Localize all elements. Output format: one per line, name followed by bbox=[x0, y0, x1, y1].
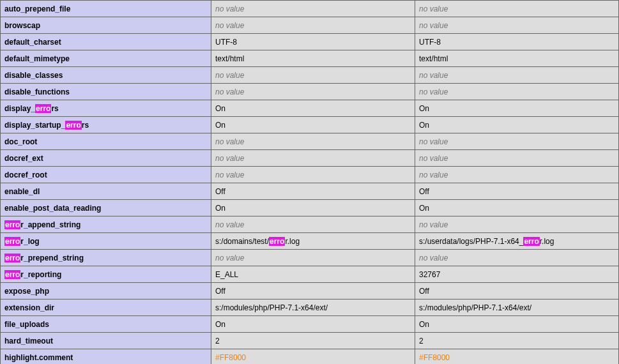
highlight-mark: erro bbox=[4, 220, 20, 229]
directive-name: hard_timeout bbox=[1, 333, 211, 349]
directive-name: disable_functions bbox=[1, 84, 211, 100]
master-value: On bbox=[415, 117, 619, 133]
table-row: enable_post_data_readingOnOn bbox=[1, 200, 619, 216]
directive-name: disable_classes bbox=[1, 67, 211, 84]
table-row: browscapno valueno value bbox=[1, 17, 619, 34]
table-row: enable_dlOffOff bbox=[1, 183, 619, 200]
no-value-text: no value bbox=[419, 4, 448, 13]
master-value: no value bbox=[415, 167, 619, 183]
table-row: default_mimetypetext/htmltext/html bbox=[1, 50, 619, 67]
no-value-text: no value bbox=[215, 154, 244, 163]
local-value: 2 bbox=[211, 333, 415, 349]
master-value: no value bbox=[415, 133, 619, 150]
master-value: 32767 bbox=[415, 266, 619, 283]
highlight-mark: erro bbox=[523, 237, 539, 246]
no-value-text: no value bbox=[215, 137, 244, 146]
no-value-text: no value bbox=[419, 137, 448, 146]
table-row: disable_classesno valueno value bbox=[1, 67, 619, 84]
directive-name: default_mimetype bbox=[1, 50, 211, 67]
master-value: no value bbox=[415, 17, 619, 34]
no-value-text: no value bbox=[419, 220, 448, 229]
no-value-text: no value bbox=[419, 21, 448, 30]
table-row: display_errorsOnOn bbox=[1, 100, 619, 117]
local-value: no value bbox=[211, 150, 415, 167]
no-value-text: no value bbox=[215, 254, 244, 262]
directive-name: enable_post_data_reading bbox=[1, 200, 211, 216]
directive-name: doc_root bbox=[1, 133, 211, 150]
local-value: no value bbox=[211, 84, 415, 100]
master-value: Off bbox=[415, 183, 619, 200]
table-row: disable_functionsno valueno value bbox=[1, 84, 619, 100]
local-value: no value bbox=[211, 216, 415, 233]
master-value: s:/userdata/logs/PHP-7.1-x64_error.log bbox=[415, 233, 619, 250]
local-value: no value bbox=[211, 167, 415, 183]
table-row: extension_dirs:/modules/php/PHP-7.1-x64/… bbox=[1, 300, 619, 316]
local-value: E_ALL bbox=[211, 266, 415, 283]
highlight-mark: erro bbox=[65, 121, 81, 130]
no-value-text: no value bbox=[419, 87, 448, 96]
master-value: On bbox=[415, 200, 619, 216]
table-row: docref_rootno valueno value bbox=[1, 167, 619, 183]
master-value: Off bbox=[415, 283, 619, 300]
highlight-mark: erro bbox=[4, 270, 20, 279]
no-value-text: no value bbox=[215, 21, 244, 30]
local-value: On bbox=[211, 316, 415, 333]
directive-name: auto_prepend_file bbox=[1, 1, 211, 17]
master-value: #FF8000 bbox=[415, 349, 619, 365]
table-row: doc_rootno valueno value bbox=[1, 133, 619, 150]
local-value: #FF8000 bbox=[211, 349, 415, 365]
color-value: #FF8000 bbox=[215, 353, 246, 362]
directive-name: file_uploads bbox=[1, 316, 211, 333]
no-value-text: no value bbox=[419, 254, 448, 262]
master-value: On bbox=[415, 100, 619, 117]
highlight-mark: erro bbox=[35, 104, 51, 113]
local-value: On bbox=[211, 117, 415, 133]
master-value: no value bbox=[415, 216, 619, 233]
phpinfo-table: auto_prepend_fileno valueno valuebrowsca… bbox=[0, 0, 619, 364]
master-value: On bbox=[415, 316, 619, 333]
directive-name: enable_dl bbox=[1, 183, 211, 200]
local-value: s:/domains/test/error.log bbox=[211, 233, 415, 250]
local-value: no value bbox=[211, 250, 415, 266]
directive-name: expose_php bbox=[1, 283, 211, 300]
master-value: s:/modules/php/PHP-7.1-x64/ext/ bbox=[415, 300, 619, 316]
local-value: no value bbox=[211, 1, 415, 17]
table-row: error_prepend_stringno valueno value bbox=[1, 250, 619, 266]
no-value-text: no value bbox=[215, 87, 244, 96]
master-value: no value bbox=[415, 67, 619, 84]
master-value: text/html bbox=[415, 50, 619, 67]
highlight-mark: erro bbox=[4, 254, 20, 262]
directive-name: display_startup_errors bbox=[1, 117, 211, 133]
directive-name: browscap bbox=[1, 17, 211, 34]
local-value: no value bbox=[211, 17, 415, 34]
table-row: display_startup_errorsOnOn bbox=[1, 117, 619, 133]
master-value: no value bbox=[415, 150, 619, 167]
table-row: error_append_stringno valueno value bbox=[1, 216, 619, 233]
table-row: auto_prepend_fileno valueno value bbox=[1, 1, 619, 17]
color-value: #FF8000 bbox=[419, 353, 450, 362]
directive-name: display_errors bbox=[1, 100, 211, 117]
no-value-text: no value bbox=[419, 171, 448, 179]
local-value: Off bbox=[211, 183, 415, 200]
table-row: error_logs:/domains/test/error.logs:/use… bbox=[1, 233, 619, 250]
highlight-mark: erro bbox=[4, 237, 20, 246]
no-value-text: no value bbox=[215, 4, 244, 13]
master-value: UTF-8 bbox=[415, 34, 619, 50]
directive-name: error_prepend_string bbox=[1, 250, 211, 266]
directive-name: highlight.comment bbox=[1, 349, 211, 365]
table-row: hard_timeout22 bbox=[1, 333, 619, 349]
table-row: file_uploadsOnOn bbox=[1, 316, 619, 333]
no-value-text: no value bbox=[215, 171, 244, 179]
local-value: On bbox=[211, 200, 415, 216]
no-value-text: no value bbox=[419, 154, 448, 163]
local-value: Off bbox=[211, 283, 415, 300]
directive-name: error_reporting bbox=[1, 266, 211, 283]
directive-name: error_log bbox=[1, 233, 211, 250]
highlight-mark: erro bbox=[269, 237, 285, 246]
local-value: s:/modules/php/PHP-7.1-x64/ext/ bbox=[211, 300, 415, 316]
table-row: docref_extno valueno value bbox=[1, 150, 619, 167]
table-row: error_reportingE_ALL32767 bbox=[1, 266, 619, 283]
master-value: no value bbox=[415, 84, 619, 100]
table-row: default_charsetUTF-8UTF-8 bbox=[1, 34, 619, 50]
table-row: highlight.comment#FF8000#FF8000 bbox=[1, 349, 619, 365]
